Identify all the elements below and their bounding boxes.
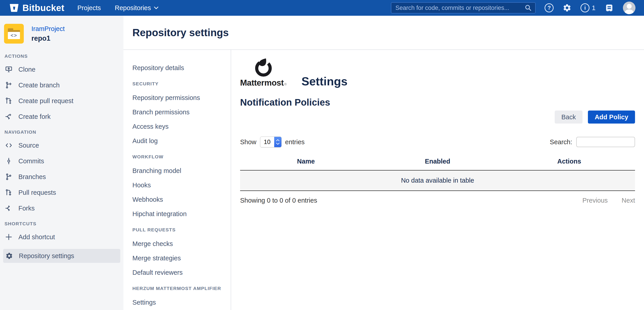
mattermost-header: Mattermost ® Settings xyxy=(240,58,635,88)
mattermost-logo-icon xyxy=(251,58,276,77)
user-avatar[interactable] xyxy=(623,2,636,14)
notification-count: 1 xyxy=(592,4,596,12)
settings-header: Repository settings xyxy=(124,16,644,50)
menu-item-repository-permissions[interactable]: Repository permissions xyxy=(132,94,231,102)
table-search-control: Search: xyxy=(550,137,635,147)
table-search-label: Search: xyxy=(550,138,572,146)
nav-repositories[interactable]: Repositories xyxy=(115,4,159,12)
entries-summary: Showing 0 to 0 of 0 entries xyxy=(240,197,317,204)
menu-item-access-keys[interactable]: Access keys xyxy=(132,123,231,130)
registered-trademark-symbol: ® xyxy=(284,82,286,86)
chevron-down-icon xyxy=(154,6,159,10)
top-navigation-bar: Bitbucket Projects Repositories ? xyxy=(0,0,644,16)
page-size-control: Show 10 entries xyxy=(240,137,305,147)
menu-item-webhooks[interactable]: Webhooks xyxy=(132,196,231,203)
column-header-name[interactable]: Name xyxy=(240,154,372,170)
table-search-input[interactable] xyxy=(576,137,635,147)
show-label: Show xyxy=(240,138,256,146)
sidebar-section-shortcuts: SHORTCUTS xyxy=(0,221,124,226)
source-code-icon xyxy=(5,142,12,149)
menu-item-branching-model[interactable]: Branching model xyxy=(132,167,231,175)
page-title: Repository settings xyxy=(132,27,229,39)
create-branch-icon xyxy=(5,81,12,89)
admin-gear-icon[interactable] xyxy=(562,3,572,12)
column-header-actions[interactable]: Actions xyxy=(503,154,635,170)
sidebar-item-branches[interactable]: Branches xyxy=(0,173,124,181)
commits-icon xyxy=(5,157,12,165)
project-card: <> IramProject repo1 xyxy=(0,24,124,44)
next-page-button[interactable]: Next xyxy=(622,197,635,204)
entries-label: entries xyxy=(285,138,305,146)
sidebar-item-pull-requests[interactable]: Pull requests xyxy=(0,189,124,196)
topbar-right-cluster: ? i 1 xyxy=(391,2,636,14)
sidebar-item-source[interactable]: Source xyxy=(0,142,124,149)
page-size-select[interactable]: 10 xyxy=(260,137,282,147)
settings-heading: Settings xyxy=(301,76,347,87)
menu-item-mattermost-settings[interactable]: Settings xyxy=(132,299,231,306)
menu-group-pull-requests: PULL REQUESTS xyxy=(132,227,231,232)
sidebar-item-repository-settings[interactable]: Repository settings xyxy=(3,249,120,263)
inbox-panel-icon[interactable] xyxy=(604,3,614,13)
sidebar-item-create-pull-request[interactable]: Create pull request xyxy=(0,97,124,105)
policy-actions: Back Add Policy xyxy=(240,111,635,124)
menu-item-merge-checks[interactable]: Merge checks xyxy=(132,240,231,247)
bitbucket-logo-icon xyxy=(9,3,19,13)
global-search-box[interactable] xyxy=(391,2,536,14)
table-controls: Show 10 entries Search: xyxy=(240,137,635,147)
menu-group-security: SECURITY xyxy=(132,81,231,87)
menu-item-branch-permissions[interactable]: Branch permissions xyxy=(132,109,231,116)
search-icon xyxy=(524,4,532,12)
sidebar-section-navigation: NAVIGATION xyxy=(0,129,124,135)
repository-sidebar: <> IramProject repo1 ACTIONS Clone xyxy=(0,16,124,310)
sidebar-item-clone[interactable]: Clone xyxy=(0,66,124,73)
branches-icon xyxy=(5,173,12,181)
menu-item-hooks[interactable]: Hooks xyxy=(132,181,231,189)
mattermost-logo: Mattermost ® xyxy=(240,58,286,88)
menu-item-merge-strategies[interactable]: Merge strategies xyxy=(132,254,231,262)
forks-icon xyxy=(5,204,12,212)
menu-group-herzum-mattermost-amplifier: HERZUM MATTERMOST AMPLIFIER xyxy=(132,286,231,291)
notification-policies-heading: Notification Policies xyxy=(240,97,635,108)
create-pull-request-icon xyxy=(5,97,12,105)
sidebar-item-forks[interactable]: Forks xyxy=(0,204,124,212)
notifications-indicator[interactable]: i 1 xyxy=(580,3,596,12)
global-search-input[interactable] xyxy=(396,5,524,12)
previous-page-button[interactable]: Previous xyxy=(582,197,608,204)
menu-item-repository-details[interactable]: Repository details xyxy=(132,64,231,72)
add-policy-button[interactable]: Add Policy xyxy=(588,111,635,124)
project-avatar[interactable]: <> xyxy=(4,24,24,44)
gear-icon xyxy=(6,252,13,260)
select-stepper-icon xyxy=(274,137,282,147)
pagination: Previous Next xyxy=(582,197,635,204)
create-fork-icon xyxy=(5,113,12,120)
help-icon[interactable]: ? xyxy=(544,3,554,12)
info-icon: i xyxy=(580,3,590,12)
folder-code-icon: <> xyxy=(8,28,20,39)
sidebar-item-commits[interactable]: Commits xyxy=(0,157,124,165)
nav-projects[interactable]: Projects xyxy=(78,4,101,12)
notification-policies-table: Name Enabled Actions No data available i… xyxy=(240,154,635,191)
menu-item-audit-log[interactable]: Audit log xyxy=(132,137,231,145)
menu-group-workflow: WORKFLOW xyxy=(132,154,231,159)
bitbucket-home-link[interactable]: Bitbucket xyxy=(9,3,64,13)
brand-name: Bitbucket xyxy=(22,3,64,13)
bitbucket-app: Bitbucket Projects Repositories ? xyxy=(0,0,644,310)
sidebar-item-create-branch[interactable]: Create branch xyxy=(0,81,124,89)
plus-icon xyxy=(5,233,12,241)
column-header-enabled[interactable]: Enabled xyxy=(372,154,504,170)
menu-item-default-reviewers[interactable]: Default reviewers xyxy=(132,269,231,276)
mattermost-wordmark: Mattermost xyxy=(240,78,284,88)
page-size-value: 10 xyxy=(260,137,274,147)
project-name-link[interactable]: IramProject xyxy=(32,25,64,33)
menu-item-hipchat-integration[interactable]: Hipchat integration xyxy=(132,210,231,218)
pull-requests-icon xyxy=(5,189,12,196)
settings-menu: Repository details SECURITY Repository p… xyxy=(124,50,231,310)
sidebar-item-add-shortcut[interactable]: Add shortcut xyxy=(0,233,124,241)
clone-icon xyxy=(5,66,12,73)
empty-table-message: No data available in table xyxy=(240,170,635,191)
table-footer: Showing 0 to 0 of 0 entries Previous Nex… xyxy=(240,197,635,204)
repository-name: repo1 xyxy=(32,34,64,43)
sidebar-item-create-fork[interactable]: Create fork xyxy=(0,113,124,120)
mattermost-settings-panel: Mattermost ® Settings Notification Polic… xyxy=(231,50,644,310)
back-button[interactable]: Back xyxy=(555,111,582,124)
